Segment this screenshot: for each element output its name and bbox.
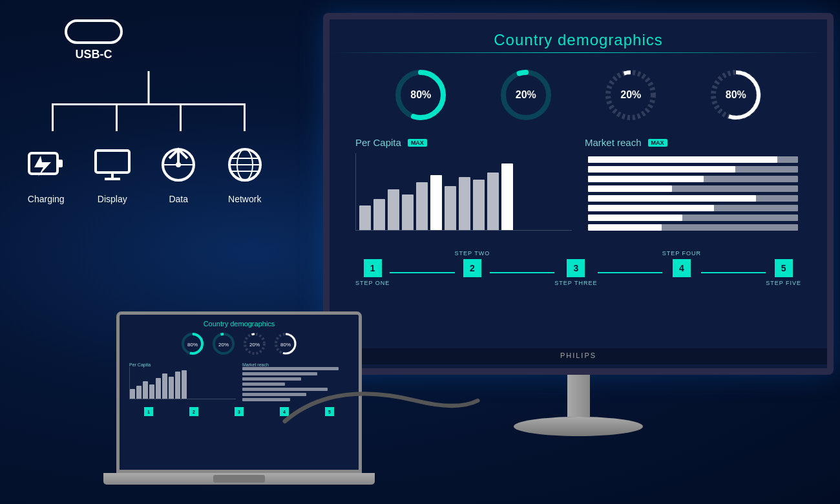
lbar-1 (130, 389, 135, 399)
hbar-inner-8 (588, 224, 662, 231)
step-item-2: STEP TWO 2 (455, 250, 490, 286)
bar-8 (459, 177, 470, 230)
hbar-row-8 (588, 224, 798, 231)
laptop-chart-title-2: Market reach (242, 362, 349, 367)
donut-2: 20% (497, 66, 555, 124)
step-item-5: 5 STEP FIVE (766, 250, 801, 286)
hbar-2 (588, 166, 798, 173)
laptop-screen-frame: Country demographics 80% 20% 20% (116, 311, 362, 473)
svg-text:80%: 80% (280, 342, 291, 348)
laptop-market-reach: Market reach (242, 362, 349, 401)
bar-6 (430, 175, 442, 231)
per-capita-bar-chart (355, 153, 572, 231)
lbar-2 (136, 386, 142, 399)
laptop-step-5: 5 (325, 407, 334, 416)
monitor-screen-title: Country demographics (330, 19, 827, 49)
branch-display (116, 105, 118, 131)
data-item: Data (156, 142, 201, 204)
laptop-step-4: 4 (280, 407, 289, 416)
network-icon (226, 145, 264, 184)
svg-rect-1 (58, 160, 63, 167)
laptop-screen: Country demographics 80% 20% 20% (120, 315, 359, 470)
lbar-9 (182, 370, 187, 399)
hbar-row-3 (588, 176, 798, 182)
hbar-row-4 (588, 185, 798, 192)
usbc-label: USB-C (76, 48, 112, 61)
donut-label-2: 20% (516, 89, 536, 101)
bar-3 (388, 189, 399, 230)
bar-9 (473, 180, 485, 230)
bar-10 (487, 173, 499, 230)
display-label: Display (98, 194, 127, 204)
laptop-step-3: 3 (235, 407, 244, 416)
svg-text:80%: 80% (187, 342, 198, 348)
hbar-8 (588, 224, 798, 231)
usbc-icon-shape (65, 19, 123, 44)
step-number-1: 1 (364, 259, 382, 277)
donut-label-4: 80% (726, 89, 746, 101)
lbar-6 (162, 373, 167, 399)
branch-data (180, 105, 182, 131)
market-reach-section: Market reach MAX (585, 137, 801, 234)
lbar-3 (143, 381, 148, 399)
branch-network (244, 105, 246, 131)
steps-row: 1 STEP ONE STEP TWO 2 3 STEP THREE (330, 240, 827, 296)
hbar-inner-7 (588, 215, 682, 221)
hbar-inner-5 (588, 195, 756, 202)
hbar-1 (588, 156, 798, 163)
hbar-row-6 (588, 205, 798, 211)
charging-label: Charging (28, 194, 65, 204)
laptop-step-1: 1 (144, 407, 153, 416)
charging-icon (26, 145, 65, 184)
monitor-bottom-bar: PHILIPS (330, 348, 827, 364)
step-line-1-2 (390, 272, 454, 273)
step-line-3-4 (598, 272, 662, 273)
donut-1: 80% (392, 66, 450, 124)
tree-branches (52, 105, 246, 131)
monitor-container: Country demographics 80% (310, 13, 840, 433)
step-1-top (372, 250, 374, 257)
hbar-row-7 (588, 215, 798, 221)
bar-7 (445, 186, 456, 230)
laptop-hbar-chart (242, 367, 349, 401)
market-reach-badge: MAX (648, 139, 667, 147)
lhbar-6 (242, 393, 306, 396)
hbar-inner-2 (588, 166, 735, 173)
hbar-inner-6 (588, 205, 714, 211)
hbar-7 (588, 215, 798, 221)
hbar-inner-3 (588, 176, 704, 182)
lbar-4 (149, 384, 154, 399)
step-number-4: 4 (673, 259, 691, 277)
step-number-3: 3 (567, 259, 585, 277)
network-icon-box (222, 142, 268, 187)
charging-item: Charging (23, 142, 68, 204)
bar-4 (402, 194, 414, 230)
branch-charging (52, 105, 54, 131)
step-number-2: 2 (463, 259, 481, 277)
step-2-bottom (471, 280, 474, 286)
feature-icons-row: Charging Display (0, 142, 291, 204)
step-3-bottom: STEP THREE (554, 280, 597, 286)
monitor-brand: PHILIPS (560, 352, 596, 359)
hbar-row-1 (588, 156, 798, 163)
display-item: Display (90, 142, 135, 204)
svg-text:20%: 20% (218, 342, 229, 348)
usbc-connector: USB-C (65, 19, 123, 61)
display-icon (93, 145, 132, 184)
donut-charts-row: 80% 20% 20% (330, 53, 827, 131)
laptop-step-2: 2 (189, 407, 198, 416)
lhbar-5 (242, 388, 328, 391)
step-2-top: STEP TWO (455, 250, 490, 257)
data-icon-box (156, 142, 201, 187)
hbar-4 (588, 185, 798, 192)
laptop-donut-4: 80% (273, 331, 299, 357)
svg-point-9 (176, 162, 181, 167)
laptop-per-capita: Per Capita (129, 362, 236, 401)
step-4-bottom (680, 280, 683, 286)
donut-4: 80% (707, 66, 765, 124)
lbar-5 (156, 378, 161, 399)
step-5-top (782, 250, 785, 257)
laptop-donut-3: 20% (242, 331, 268, 357)
per-capita-title: Per Capita (355, 137, 401, 148)
hbar-5 (588, 195, 798, 202)
